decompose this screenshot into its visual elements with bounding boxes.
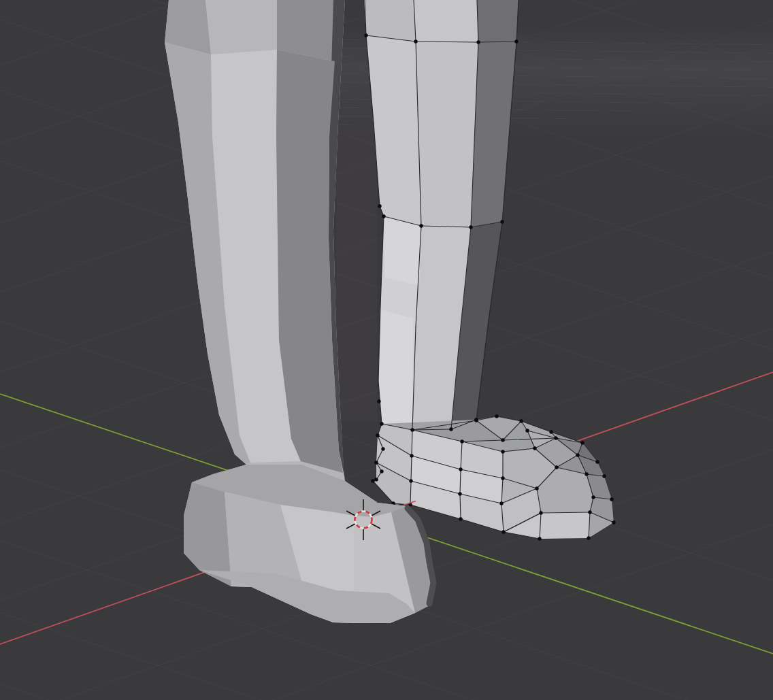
mesh-vertex[interactable]	[535, 486, 538, 490]
mesh-vertex[interactable]	[380, 422, 383, 425]
face-thigh-dark-upper[interactable]	[477, 0, 519, 42]
mesh-vertex[interactable]	[381, 447, 384, 450]
mesh-vertex[interactable]	[588, 510, 591, 514]
between-legs-glow	[336, 102, 377, 422]
viewport-canvas[interactable]	[0, 0, 773, 700]
face-ankle-highlight[interactable]	[378, 310, 413, 430]
mesh-vertex[interactable]	[410, 454, 413, 457]
mesh-vertex[interactable]	[410, 428, 414, 431]
mesh-vertex[interactable]	[576, 453, 579, 456]
mesh-vertex[interactable]	[376, 433, 379, 437]
face-knee-highlight[interactable]	[384, 216, 421, 286]
mesh-vertex[interactable]	[378, 204, 381, 207]
mesh-vertex[interactable]	[382, 214, 385, 218]
mesh-vertex[interactable]	[374, 478, 378, 481]
mesh-vertex[interactable]	[585, 472, 588, 476]
mesh-vertex[interactable]	[525, 429, 529, 432]
mesh-vertex[interactable]	[514, 39, 518, 43]
mesh-vertex[interactable]	[460, 439, 463, 443]
mesh-vertex[interactable]	[501, 476, 504, 480]
face-shin-upper-center[interactable]	[205, 0, 277, 54]
mesh-vertex[interactable]	[591, 495, 595, 499]
mesh-vertex[interactable]	[501, 530, 505, 533]
mesh-vertex[interactable]	[501, 438, 504, 441]
mesh-vertex[interactable]	[458, 492, 461, 495]
blender-3d-viewport[interactable]	[0, 0, 773, 700]
mesh-vertex[interactable]	[371, 479, 374, 482]
mesh-vertex[interactable]	[476, 40, 480, 44]
mesh-vertex[interactable]	[414, 39, 417, 43]
mesh-vertex[interactable]	[533, 446, 536, 450]
mesh-vertex[interactable]	[495, 414, 498, 418]
mesh-vertex[interactable]	[469, 225, 472, 229]
face-thigh-center[interactable]	[416, 41, 478, 227]
mesh-vertex[interactable]	[409, 479, 412, 482]
mesh-vertex[interactable]	[449, 427, 453, 431]
face-thigh-center-upper[interactable]	[412, 0, 478, 42]
mesh-vertex[interactable]	[538, 537, 541, 540]
mesh-vertex[interactable]	[595, 460, 599, 463]
mesh-vertex[interactable]	[612, 520, 615, 524]
face-thigh-left-upper[interactable]	[364, 0, 416, 41]
mesh-vertex[interactable]	[602, 474, 606, 478]
mesh-vertex[interactable]	[580, 441, 584, 444]
mesh-vertex[interactable]	[499, 501, 503, 505]
mesh-vertex[interactable]	[419, 224, 423, 227]
mesh-vertex[interactable]	[549, 430, 553, 433]
mesh-vertex[interactable]	[501, 450, 504, 453]
mesh-vertex[interactable]	[555, 465, 558, 469]
mesh-vertex[interactable]	[474, 418, 478, 422]
mesh-vertex[interactable]	[459, 467, 462, 471]
face-toe-bottom[interactable]	[540, 512, 590, 539]
mesh-vertex[interactable]	[374, 461, 378, 464]
mesh-vertex[interactable]	[519, 419, 523, 422]
mesh-vertex[interactable]	[380, 469, 383, 473]
mesh-vertex[interactable]	[539, 511, 542, 514]
mesh-vertex[interactable]	[364, 33, 367, 37]
mesh-vertex[interactable]	[459, 517, 462, 520]
mesh-vertex[interactable]	[377, 399, 380, 403]
mesh-vertex[interactable]	[554, 436, 557, 439]
mesh-vertex[interactable]	[587, 536, 590, 539]
mesh-vertex[interactable]	[610, 497, 613, 501]
mesh-vertex[interactable]	[500, 220, 504, 223]
